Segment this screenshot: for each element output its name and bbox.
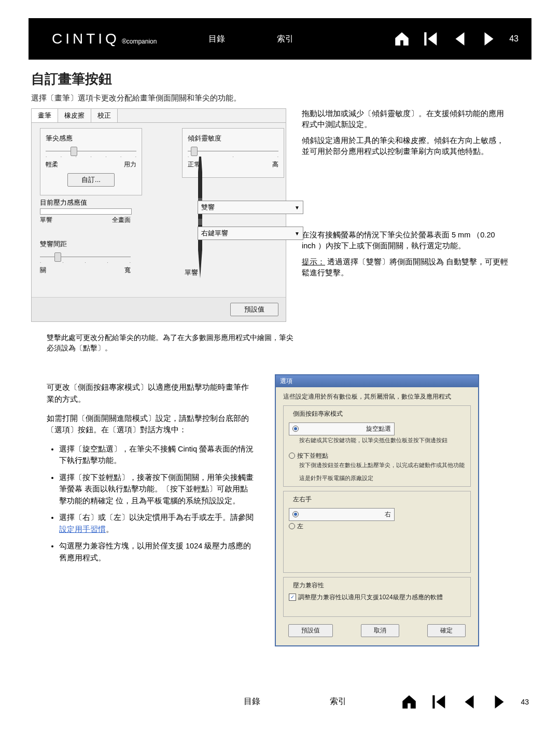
bullet-3: 選擇〔右〕或〔左〕以決定慣用手為右手或左手。請參閱設定用手習慣。 bbox=[59, 512, 254, 535]
upper-button-select[interactable]: 雙響 ▼ bbox=[198, 201, 303, 214]
bullet-4: 勾選壓力兼容性方塊，以用於僅支援 1024 級壓力感應的舊應用程式。 bbox=[59, 540, 254, 563]
lower-button-select[interactable]: 右鍵單響 ▼ bbox=[198, 227, 303, 240]
prev-page-icon[interactable] bbox=[460, 693, 478, 711]
nav-icon-group: 43 bbox=[393, 30, 519, 48]
footer-page-number: 43 bbox=[521, 698, 529, 706]
tilt-label: 傾斜靈敏度 bbox=[188, 134, 278, 143]
home-icon[interactable] bbox=[393, 30, 411, 48]
radio-click-tap[interactable]: 按下並輕點 bbox=[289, 452, 465, 460]
footer-toc-link[interactable]: 目錄 bbox=[244, 696, 260, 707]
dbl-click-label: 雙響間距 bbox=[40, 239, 131, 249]
tip-feel-slider[interactable] bbox=[46, 148, 136, 153]
customize-button[interactable]: 自訂... bbox=[67, 173, 115, 187]
bullet-1: 選擇〔旋空點選〕，在筆尖不接觸 Cintiq 螢幕表面的情況下執行點擊功能。 bbox=[59, 443, 254, 467]
dlg-ok-button[interactable]: 確定 bbox=[427, 624, 466, 637]
lower-button-value: 右鍵單響 bbox=[201, 229, 228, 238]
checkbox-compat[interactable]: ✓調整壓力兼容性以適用只支援1024級壓力感應的軟體 bbox=[289, 593, 465, 602]
nav-index-link[interactable]: 索引 bbox=[277, 34, 293, 45]
radio-hover-desc: 按右鍵或其它按鍵功能，以筆尖抵住數位板並按下側邊按鈕 bbox=[299, 436, 465, 444]
upper-button-value: 雙響 bbox=[201, 203, 215, 212]
wide-label: 寬 bbox=[124, 266, 131, 275]
tab-eraser[interactable]: 橡皮擦 bbox=[58, 109, 91, 122]
tip-feel-box: 筆尖感應 輕柔 用力 自訂... bbox=[40, 128, 142, 195]
grp-hand-title: 左右手 bbox=[291, 495, 314, 504]
radio-left[interactable]: 左 bbox=[289, 522, 465, 531]
lower-text-column: 可更改〔側面按鈕專家模式〕以適應使用點擊功能時畫筆作業的方式。 如需打開〔側面開… bbox=[47, 374, 254, 646]
radio-hover[interactable]: 旋空點選 bbox=[289, 422, 395, 435]
chevron-down-icon: ▼ bbox=[295, 205, 300, 210]
top-header-bar: CINTIQ ®companion 目錄 索引 43 bbox=[29, 18, 531, 60]
tip-prefix: 提示： bbox=[302, 258, 325, 266]
para-tilt-1: 拖動以增加或減少〔傾斜靈敏度〕。在支援傾斜功能的應用程式中測試新設定。 bbox=[302, 108, 509, 130]
tilt-slider[interactable] bbox=[188, 148, 278, 153]
full-label: 全畫面 bbox=[112, 216, 131, 224]
next-page-icon[interactable] bbox=[491, 693, 508, 711]
dlg-cancel-button[interactable]: 取消 bbox=[361, 624, 399, 637]
footer-index-link[interactable]: 索引 bbox=[330, 696, 346, 707]
para-side-1: 在沒有接觸螢幕的情況下筆尖位於螢幕表面 5 mm （0.20 inch ）內按下… bbox=[302, 230, 509, 251]
options-dialog: 選項 這些設定適用於所有數位板，其所屬滑鼠，數位筆及應用程式 側面按鈕專家模式 … bbox=[275, 374, 479, 646]
lower-p1: 可更改〔側面按鈕專家模式〕以適應使用點擊功能時畫筆作業的方式。 bbox=[47, 382, 254, 405]
hand-pref-link[interactable]: 設定用手習慣 bbox=[59, 525, 106, 533]
radio-right[interactable]: 右 bbox=[289, 508, 395, 521]
first-page-icon[interactable] bbox=[422, 30, 440, 48]
first-page-icon[interactable] bbox=[430, 693, 448, 711]
tip-click-label: 單響 bbox=[185, 268, 198, 277]
right-description: 拖動以增加或減少〔傾斜靈敏度〕。在支援傾斜功能的應用程式中測試新設定。 傾斜設定… bbox=[302, 108, 509, 322]
dlg-default-button[interactable]: 預設值 bbox=[288, 624, 333, 637]
para-tilt-2: 傾斜設定適用於工具的筆尖和橡皮擦。傾斜在方向上敏感，並可用於部分應用程式以控制畫… bbox=[302, 135, 509, 157]
page-title: 自訂畫筆按鈕 bbox=[31, 70, 529, 88]
grp-compat-title: 壓力兼容性 bbox=[291, 581, 326, 590]
tip-dblclick-note: 雙擊此處可更改分配給筆尖的功能。為了在大多數圖形應用程式中繪圖，筆尖必須設為〔點… bbox=[47, 332, 296, 354]
page-subtitle: 選擇〔畫筆〕選項卡更改分配給畫筆側面開關和筆尖的功能。 bbox=[31, 93, 529, 103]
pen-settings-panel: 畫筆 橡皮擦 校正 筆尖感應 輕柔 用力 bbox=[31, 108, 286, 322]
prev-page-icon[interactable] bbox=[451, 30, 469, 48]
tab-pen[interactable]: 畫筆 bbox=[32, 109, 58, 122]
radio-click-tap-note: 這是針對平板電腦的原廠設定 bbox=[299, 474, 465, 482]
defaults-button[interactable]: 預設值 bbox=[230, 303, 278, 316]
logo-sub: ®companion bbox=[122, 38, 157, 45]
tabs-row: 畫筆 橡皮擦 校正 bbox=[32, 109, 286, 123]
tab-calibrate[interactable]: 校正 bbox=[91, 109, 118, 122]
lower-p2: 如需打開〔側面開關進階模式〕設定，請點擊控制台底部的〔選項〕按鈕。在〔選項〕對話… bbox=[47, 413, 254, 436]
tip-body: 透過選擇〔雙響〕將側面開關設為 自動雙擊，可更輕鬆進行雙擊。 bbox=[302, 258, 508, 277]
tilt-high-label: 高 bbox=[272, 160, 278, 169]
logo-main: CINTIQ bbox=[52, 31, 120, 47]
chevron-down-icon: ▼ bbox=[295, 231, 300, 236]
para-side-2: 提示： 透過選擇〔雙響〕將側面開關設為 自動雙擊，可更輕鬆進行雙擊。 bbox=[302, 257, 509, 278]
tip-firm-label: 用力 bbox=[124, 160, 136, 169]
dialog-desc: 這些設定適用於所有數位板，其所屬滑鼠，數位筆及應用程式 bbox=[283, 392, 471, 401]
click-label: 單響 bbox=[40, 216, 52, 224]
radio-click-tap-desc: 按下側邊按鈕並在數位板上點壓筆尖，以完成右鍵動作或其他功能 bbox=[299, 461, 465, 469]
current-pressure-label: 目前壓力感應值 bbox=[40, 198, 132, 207]
page-number: 43 bbox=[509, 34, 519, 44]
brand-logo: CINTIQ ®companion bbox=[52, 31, 157, 47]
dbl-click-slider[interactable] bbox=[40, 254, 131, 259]
tip-soft-label: 輕柔 bbox=[46, 160, 58, 169]
off-label: 關 bbox=[40, 266, 46, 275]
pressure-bar bbox=[40, 208, 132, 215]
svg-rect-0 bbox=[424, 32, 426, 46]
tip-feel-label: 筆尖感應 bbox=[46, 134, 136, 143]
dialog-title: 選項 bbox=[276, 375, 478, 387]
footer-nav: 目錄 索引 43 bbox=[31, 693, 529, 711]
next-page-icon[interactable] bbox=[480, 30, 498, 48]
svg-rect-3 bbox=[433, 695, 435, 709]
bullet-2: 選擇〔按下並輕點〕，接著按下側面開關，用筆尖接觸畫筆螢幕 表面以執行點擊功能。〔… bbox=[59, 472, 254, 506]
nav-toc-link[interactable]: 目錄 bbox=[208, 34, 225, 45]
home-icon[interactable] bbox=[400, 693, 418, 711]
grp-side-mode-title: 側面按鈕專家模式 bbox=[291, 410, 345, 418]
